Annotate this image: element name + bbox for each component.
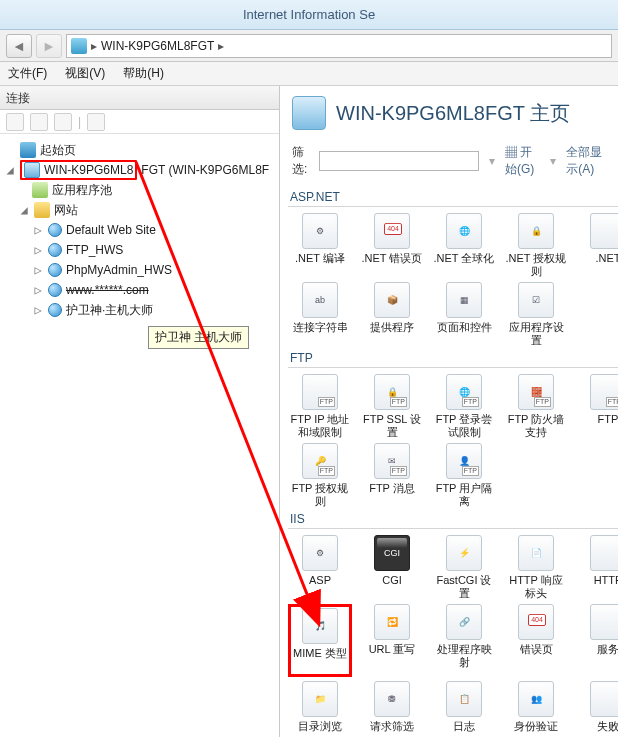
tree-site-item[interactable]: ▷ Default Web Site — [4, 220, 275, 240]
tree-label-suffix: FGT (WIN-K9PG6ML8F — [141, 163, 269, 177]
ftp-firewall-icon: 🧱FTP — [518, 374, 554, 410]
menu-file[interactable]: 文件(F) — [8, 65, 47, 82]
highlight-server: WIN-K9PG6ML8 — [20, 160, 137, 180]
show-all-button[interactable]: 全部显示(A) — [566, 144, 606, 178]
tree-site-item[interactable]: ▷ PhpMyAdmin_HWS — [4, 260, 275, 280]
feature-ftp-firewall[interactable]: 🧱FTPFTP 防火墙支持 — [504, 374, 568, 439]
collapse-icon[interactable]: ◢ — [4, 163, 16, 177]
generic-icon — [590, 604, 618, 640]
connect-button[interactable] — [6, 113, 24, 131]
globe-icon — [48, 243, 62, 257]
tree-site-item[interactable]: ▷ FTP_HWS — [4, 240, 275, 260]
cgi-icon: CGI — [374, 535, 410, 571]
log-icon: 📋 — [446, 681, 482, 717]
mime-icon: 🎵 — [302, 608, 338, 644]
auth-icon: 👥 — [518, 681, 554, 717]
tree-app-pools[interactable]: 应用程序池 — [4, 180, 275, 200]
feature-ftp-isolation[interactable]: 👤FTPFTP 用户隔离 — [432, 443, 496, 508]
go-button[interactable]: ▦ 开始(G) — [505, 144, 540, 178]
expand-icon[interactable]: ▷ — [32, 223, 44, 237]
feature-url-rewrite[interactable]: 🔁URL 重写 — [360, 604, 424, 677]
ftp-key-icon: 🔑FTP — [302, 443, 338, 479]
feature-logging[interactable]: 📋日志 — [432, 681, 496, 737]
fastcgi-icon: ⚡ — [446, 535, 482, 571]
collapse-icon[interactable]: ◢ — [18, 203, 30, 217]
menu-help[interactable]: 帮助(H) — [123, 65, 164, 82]
feature-http-headers[interactable]: 📄HTTP 响应标头 — [504, 535, 568, 600]
handler-icon: 🔗 — [446, 604, 482, 640]
feature-pagescontrols[interactable]: ▦页面和控件 — [432, 282, 496, 347]
server-large-icon — [292, 96, 326, 130]
feature-mime-types[interactable]: 🎵MIME 类型 — [288, 604, 352, 677]
stop-button[interactable] — [87, 113, 105, 131]
feature-error-pages[interactable]: 404错误页 — [504, 604, 568, 677]
feature-failed[interactable]: 失败 — [576, 681, 618, 737]
feature-ftp-more[interactable]: FTPFTP — [576, 374, 618, 439]
feature-ftp-iprestrict[interactable]: FTPFTP IP 地址和域限制 — [288, 374, 352, 439]
refresh-button[interactable] — [54, 113, 72, 131]
expand-icon[interactable]: ▷ — [32, 263, 44, 277]
feature-providers[interactable]: 📦提供程序 — [360, 282, 424, 347]
main-panel: WIN-K9PG6ML8FGT 主页 筛选: ▾ ▦ 开始(G) ▾ 全部显示(… — [280, 86, 618, 737]
tree-site-item[interactable]: ▷ 护卫神·主机大师 — [4, 300, 275, 320]
back-button[interactable]: ◄ — [6, 34, 32, 58]
globe-icon — [48, 263, 62, 277]
connections-panel: 连接 | 起始页 ◢ WIN-K9PG6ML8 FGT (WIN-K9PG6ML… — [0, 86, 280, 737]
tree-site-item[interactable]: ▷ www.******.com — [4, 280, 275, 300]
expand-icon[interactable]: ▷ — [32, 303, 44, 317]
group-title-iis: IIS — [288, 508, 618, 529]
server-icon — [71, 38, 87, 54]
tree-sites[interactable]: ◢ 网站 — [4, 200, 275, 220]
feature-ftp-ssl[interactable]: 🔒FTPFTP SSL 设置 — [360, 374, 424, 439]
page-header: WIN-K9PG6ML8FGT 主页 — [280, 86, 618, 140]
feature-authentication[interactable]: 👥身份验证 — [504, 681, 568, 737]
feature-http-more[interactable]: HTTP — [576, 535, 618, 600]
feature-fastcgi[interactable]: ⚡FastCGI 设置 — [432, 535, 496, 600]
tree-server-node[interactable]: ◢ WIN-K9PG6ML8 FGT (WIN-K9PG6ML8F — [4, 160, 275, 180]
expand-icon[interactable]: ▷ — [32, 283, 44, 297]
tree-start-page[interactable]: 起始页 — [4, 140, 275, 160]
feature-handler-mappings[interactable]: 🔗处理程序映射 — [432, 604, 496, 677]
feature-cgi[interactable]: CGICGI — [360, 535, 424, 600]
provider-icon: 📦 — [374, 282, 410, 318]
tree-label: 护卫神·主机大师 — [66, 302, 153, 319]
feature-net-more[interactable]: .NET — [576, 213, 618, 278]
menu-view[interactable]: 视图(V) — [65, 65, 105, 82]
page-title: WIN-K9PG6ML8FGT 主页 — [336, 100, 570, 127]
globe-icon: 🌐 — [446, 213, 482, 249]
urlrewrite-icon: 🔁 — [374, 604, 410, 640]
feature-ftp-logon[interactable]: 🌐FTPFTP 登录尝试限制 — [432, 374, 496, 439]
filter-bar: 筛选: ▾ ▦ 开始(G) ▾ 全部显示(A) — [280, 140, 618, 186]
db-icon: ab — [302, 282, 338, 318]
tree-label: 应用程序池 — [52, 182, 112, 199]
feature-appsettings[interactable]: ☑应用程序设置 — [504, 282, 568, 347]
tree-label: 网站 — [54, 202, 78, 219]
tree-label: 起始页 — [40, 142, 76, 159]
feature-services[interactable]: 服务 — [576, 604, 618, 677]
tooltip: 护卫神 主机大师 — [148, 326, 249, 349]
expand-icon[interactable]: ▷ — [32, 243, 44, 257]
feature-net-errorpages[interactable]: 404.NET 错误页 — [360, 213, 424, 278]
breadcrumb[interactable]: ▸ WIN-K9PG6ML8FGT ▸ — [66, 34, 612, 58]
ftp-msg-icon: ✉FTP — [374, 443, 410, 479]
feature-connstrings[interactable]: ab连接字符串 — [288, 282, 352, 347]
breadcrumb-server[interactable]: WIN-K9PG6ML8FGT — [101, 39, 214, 53]
tree-label: www.******.com — [66, 283, 149, 297]
feature-net-authrules[interactable]: 🔒.NET 授权规则 — [504, 213, 568, 278]
tree-label: Default Web Site — [66, 223, 156, 237]
save-button[interactable] — [30, 113, 48, 131]
feature-ftp-messages[interactable]: ✉FTPFTP 消息 — [360, 443, 424, 508]
group-ftp: FTPFTP IP 地址和域限制 🔒FTPFTP SSL 设置 🌐FTPFTP … — [288, 374, 618, 508]
dir-icon: 📁 — [302, 681, 338, 717]
feature-request-filter[interactable]: ⛃请求筛选 — [360, 681, 424, 737]
feature-net-globalization[interactable]: 🌐.NET 全球化 — [432, 213, 496, 278]
ftp-logon-icon: 🌐FTP — [446, 374, 482, 410]
feature-dir-browsing[interactable]: 📁目录浏览 — [288, 681, 352, 737]
feature-ftp-auth[interactable]: 🔑FTPFTP 授权规则 — [288, 443, 352, 508]
feature-asp[interactable]: ⚙ASP — [288, 535, 352, 600]
menu-bar: 文件(F) 视图(V) 帮助(H) — [0, 62, 618, 86]
feature-net-compile[interactable]: ⚙.NET 编译 — [288, 213, 352, 278]
forward-button[interactable]: ► — [36, 34, 62, 58]
filter-input[interactable] — [319, 151, 479, 171]
tree-label: FTP_HWS — [66, 243, 123, 257]
